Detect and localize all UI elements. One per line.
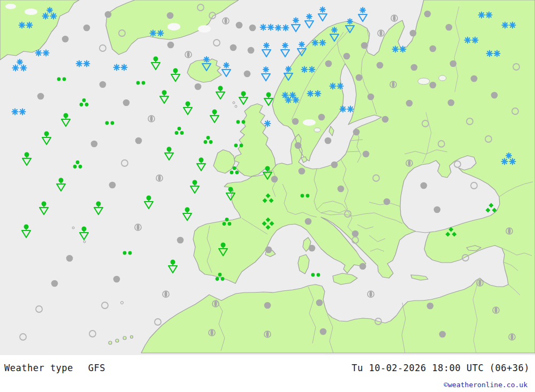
map-area: [0, 0, 535, 355]
ice-patch: [25, 9, 37, 15]
weather-symbol-cloud: [37, 93, 44, 100]
ice-patch: [167, 23, 180, 30]
weather-symbol-cloud: [430, 82, 437, 89]
weather-symbol-cloud: [305, 218, 312, 225]
weather-symbol-cloud: [135, 137, 142, 144]
weather-symbol-cloud: [352, 230, 359, 237]
weather-symbol-cloud: [295, 142, 302, 149]
weather-symbol-cloud: [471, 75, 478, 82]
weather-symbol-cloud: [446, 24, 453, 31]
weather-symbol-cloud: [51, 280, 58, 287]
weather-symbol-cloud: [338, 186, 345, 193]
weather-symbol-cloud: [368, 94, 374, 101]
model-label: GFS: [88, 363, 105, 373]
weather-symbol-cloud: [316, 299, 323, 306]
lake-ladoga: [418, 78, 430, 84]
weather-symbol-cloud: [230, 44, 237, 51]
weather-symbol-cloud: [363, 151, 370, 158]
weather-symbol-cloud: [318, 114, 325, 121]
weather-symbol-cloud: [434, 206, 441, 213]
weather-symbol-cloud: [271, 176, 278, 183]
weather-symbol-snow1: [265, 121, 271, 127]
weather-symbol-cloud: [360, 263, 366, 270]
ice-patch: [303, 119, 316, 126]
weather-symbol-cloud: [83, 25, 90, 32]
weather-symbol-cloud: [91, 141, 98, 148]
caption-bar: Weather typeGFS Tu 10-02-2026 18:00 UTC …: [0, 355, 535, 392]
weather-symbol-cloud: [105, 11, 112, 18]
weather-map-page: Weather typeGFS Tu 10-02-2026 18:00 UTC …: [0, 0, 535, 392]
weather-symbol-cloud: [325, 60, 332, 67]
weather-symbol-cloud: [264, 302, 271, 309]
weather-symbol-cloud: [299, 168, 305, 175]
weather-symbol-cloud: [406, 100, 413, 107]
weather-symbol-cloud: [177, 237, 184, 244]
weather-symbol-cloud: [353, 129, 360, 136]
weather-symbol-cloud: [377, 62, 384, 69]
weather-symbol-cloud: [421, 182, 427, 189]
weather-symbol-cloud: [66, 255, 73, 262]
island-canary: [116, 339, 119, 342]
copyright-link[interactable]: ©weatheronline.co.uk: [444, 381, 528, 389]
weather-symbol-cloud: [424, 11, 431, 18]
europe-map-svg: [0, 0, 535, 355]
caption-left: Weather typeGFS: [4, 363, 105, 373]
weather-symbol-cloud: [439, 331, 446, 338]
weather-symbol-cloud: [265, 247, 272, 253]
weather-symbol-cloud: [248, 47, 255, 54]
weather-symbol-cloud: [123, 99, 130, 106]
island-canary: [109, 341, 112, 344]
weather-symbol-cloud: [427, 303, 434, 310]
lake-onega: [439, 75, 446, 81]
weather-symbol-cloud: [430, 45, 437, 52]
weather-symbol-cloud: [331, 162, 338, 168]
weather-symbol-cloud: [292, 118, 299, 125]
weather-symbol-cloud: [320, 328, 327, 335]
weather-symbol-cloud: [62, 36, 69, 43]
weather-symbol-cloud: [382, 116, 389, 123]
datetime-label: Tu 10-02-2026 18:00 UTC (06+36): [351, 363, 530, 373]
weather-symbol-cloud: [325, 137, 332, 144]
weather-symbol-cloud: [384, 198, 391, 205]
ice-patch: [5, 4, 16, 9]
weather-symbol-cloud: [356, 74, 363, 81]
weather-symbol-cloud: [100, 81, 106, 88]
weather-symbol-cloud: [411, 64, 418, 71]
weather-symbol-cloud: [309, 245, 316, 252]
weather-symbol-cloud: [195, 83, 202, 90]
weather-symbol-cloud: [361, 42, 368, 49]
product-label: Weather type: [4, 363, 73, 373]
weather-symbol-cloud: [167, 42, 174, 49]
weather-symbol-cloud: [244, 71, 251, 78]
weather-symbol-cloud: [167, 12, 174, 19]
weather-symbol-cloud: [450, 60, 457, 67]
ice-patch: [198, 25, 211, 33]
weather-symbol-cloud: [236, 22, 243, 29]
weather-symbol-cloud: [410, 30, 417, 37]
weather-symbol-cloud: [491, 92, 498, 99]
weather-symbol-cloud: [109, 182, 116, 189]
weather-symbol-cloud: [343, 53, 350, 60]
weather-symbol-cloud: [448, 99, 455, 106]
weather-symbol-cloud: [249, 25, 256, 32]
weather-symbol-cloud: [113, 276, 120, 283]
island-canary: [131, 336, 133, 339]
lake-vanern: [314, 128, 320, 132]
island-canary: [123, 336, 126, 340]
